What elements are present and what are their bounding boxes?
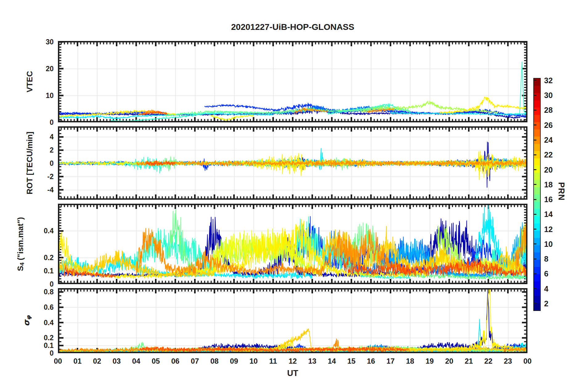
y-tick-label: 0.6 — [32, 303, 54, 312]
figure-canvas: 20201227-UiB-HOP-GLONASS UT 246810121416… — [0, 0, 586, 392]
colorbar-tick-label: 10 — [544, 240, 553, 248]
colorbar-block — [534, 108, 540, 115]
y-tick-label: 0 — [32, 349, 54, 357]
colorbar-tick-label: 6 — [544, 270, 548, 278]
colorbar-tick — [534, 259, 536, 259]
colorbar-tick — [534, 273, 536, 274]
colorbar-block — [534, 289, 540, 296]
x-tick-label: 14 — [323, 357, 341, 365]
colorbar-tick-label: 4 — [544, 285, 548, 293]
panel-rot-plot — [58, 126, 527, 200]
y-axis-label-text: ROT [TECU/min] — [25, 132, 35, 194]
x-tick-label: 19 — [421, 357, 439, 365]
x-tick-label: 18 — [401, 357, 419, 365]
colorbar-block — [534, 260, 540, 267]
panel-s4 — [58, 204, 527, 284]
y-tick-label: 0.2 — [32, 333, 54, 342]
colorbar-block — [534, 180, 540, 187]
colorbar-tick — [534, 154, 536, 155]
y-axis-label-text: φ — [25, 315, 32, 320]
x-tick-label: 09 — [225, 357, 243, 365]
colorbar-tick-label: 20 — [544, 166, 553, 174]
colorbar-block — [534, 202, 540, 209]
y-axis-label-text: VTEC — [25, 71, 35, 92]
colorbar-tick-label: 32 — [544, 76, 553, 84]
colorbar-tick — [534, 140, 536, 141]
colorbar-tick-label: 22 — [544, 151, 553, 159]
y-tick-label: 0 — [32, 280, 54, 288]
y-tick-label: 0.1 — [32, 267, 54, 275]
x-tick-label: 23 — [499, 357, 517, 365]
x-tick-label: 02 — [88, 357, 106, 365]
colorbar-title: PRN — [556, 182, 566, 201]
x-tick-label: 04 — [127, 357, 145, 365]
x-tick-label: 20 — [440, 357, 458, 365]
x-tick-label: 16 — [362, 357, 380, 365]
x-tick-label: 00 — [49, 357, 67, 365]
x-tick-label: 10 — [244, 357, 263, 365]
colorbar-tick — [534, 303, 536, 304]
panel-sigma-phi-plot — [58, 288, 527, 353]
y-axis-label-text: ("ism.mat") — [16, 217, 25, 262]
colorbar-block — [534, 115, 540, 122]
colorbar-tick-label: 26 — [544, 121, 553, 129]
y-tick-label: 0.4 — [32, 318, 54, 327]
panel-vtec — [58, 41, 527, 122]
colorbar-tick — [534, 80, 536, 81]
x-tick-label: 01 — [68, 357, 87, 365]
colorbar-tick — [534, 199, 536, 200]
x-tick-label: 21 — [460, 357, 478, 365]
colorbar-block — [534, 194, 540, 202]
panel-vtec-plot — [58, 41, 527, 122]
colorbar — [533, 78, 541, 311]
colorbar-block — [534, 281, 540, 289]
y-tick-label: 0.4 — [32, 227, 54, 235]
colorbar-block — [534, 274, 540, 282]
colorbar-block — [534, 100, 540, 108]
y-axis-label-sigma-phi: σφ — [20, 265, 33, 376]
colorbar-block — [534, 129, 540, 137]
chart-title: 20201227-UiB-HOP-GLONASS — [58, 22, 527, 32]
colorbar-block — [534, 296, 540, 303]
colorbar-block — [534, 173, 540, 180]
colorbar-block — [534, 144, 540, 151]
x-tick-label: 17 — [381, 357, 400, 365]
colorbar-tick-label: 8 — [544, 255, 548, 263]
x-axis-label: UT — [58, 369, 527, 378]
colorbar-block — [534, 93, 540, 100]
colorbar-block — [534, 231, 540, 238]
colorbar-block — [534, 122, 540, 129]
colorbar-block — [534, 187, 540, 195]
colorbar-tick — [534, 184, 536, 185]
x-tick-label: 03 — [108, 357, 126, 365]
colorbar-block — [534, 209, 540, 216]
x-tick-label: 11 — [264, 357, 283, 365]
colorbar-tick-label: 12 — [544, 225, 553, 233]
y-tick-label: 0.8 — [32, 288, 54, 296]
colorbar-tick — [534, 243, 536, 244]
colorbar-tick — [534, 95, 536, 96]
colorbar-tick-label: 30 — [544, 91, 553, 99]
y-axis-label-text: σ — [22, 320, 31, 326]
x-tick-label: 06 — [166, 357, 185, 365]
colorbar-tick-label: 24 — [544, 136, 553, 144]
x-tick-label: 00 — [518, 357, 537, 365]
colorbar-tick-label: 2 — [544, 300, 548, 308]
x-tick-label: 15 — [342, 357, 361, 365]
colorbar-tick-label: 28 — [544, 106, 553, 114]
colorbar-tick — [534, 110, 536, 111]
panel-s4-plot — [58, 204, 527, 284]
y-tick-label: 0.1 — [32, 341, 54, 350]
colorbar-block — [534, 245, 540, 253]
colorbar-tick — [534, 169, 536, 170]
x-tick-label: 07 — [186, 357, 204, 365]
colorbar-tick-label: 14 — [544, 210, 553, 218]
colorbar-block — [534, 303, 540, 311]
colorbar-tick — [534, 288, 536, 289]
y-tick-label: 0.2 — [32, 253, 54, 262]
colorbar-block — [534, 158, 540, 166]
colorbar-block — [534, 216, 540, 224]
x-tick-label: 13 — [303, 357, 322, 365]
colorbar-tick — [534, 125, 536, 125]
colorbar-tick-label: 18 — [544, 181, 553, 189]
